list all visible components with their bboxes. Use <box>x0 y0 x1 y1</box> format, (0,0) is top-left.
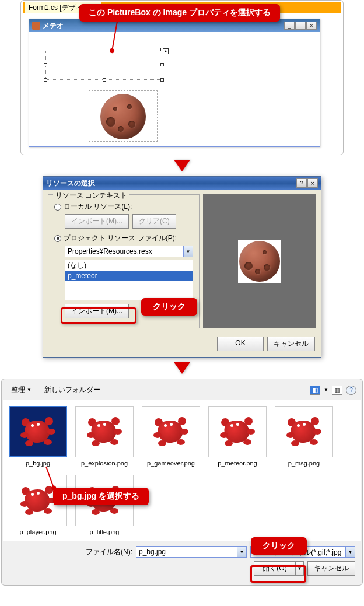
import-button[interactable]: インポート(M)... <box>65 304 129 318</box>
annotation-click-import: クリック <box>141 298 197 316</box>
file-label: p_title.png <box>75 528 134 535</box>
fieldset-legend: リソース コンテキスト <box>53 191 130 201</box>
design-surface-bg: メテオ _ □ × ▸ <box>23 13 341 153</box>
preview-pane <box>203 194 316 328</box>
help-icon[interactable]: ? <box>296 178 307 188</box>
file-label: p_player.png <box>9 528 67 535</box>
file-item[interactable]: p_gameover.png <box>142 406 200 467</box>
cancel-button[interactable]: キャンセル <box>267 337 315 351</box>
designer-panel: この PictureBox の Image プロパティを選択する Form1.c… <box>20 0 344 155</box>
meteor-image <box>100 94 146 139</box>
cancel-button[interactable]: キャンセル <box>307 561 355 576</box>
file-item[interactable]: p_player.png <box>9 475 67 535</box>
dialog-footer: OK キャンセル <box>43 333 321 357</box>
file-label: p_explosion.png <box>75 460 134 467</box>
annotation-select-file: p_bg.jpg を選択する <box>53 488 149 505</box>
open-button-label: 開く(O) <box>254 561 296 576</box>
flow-arrow-icon <box>174 160 190 171</box>
radio-project-label: プロジェクト リソース ファイル(P): <box>64 233 177 243</box>
radio-local-label: ローカル リソース(L): <box>64 202 132 212</box>
radio-project[interactable]: プロジェクト リソース ファイル(P): <box>54 233 193 243</box>
annotation-select-property: この PictureBox の Image プロパティを選択する <box>79 4 280 22</box>
file-list[interactable]: p_bg.jpg p_explosion.png p_gameover.png … <box>3 400 361 541</box>
design-window: メテオ _ □ × ▸ <box>29 19 320 147</box>
file-item[interactable]: p_msg.png <box>275 406 333 467</box>
maximize-icon[interactable]: □ <box>295 22 306 30</box>
file-label: p_bg.jpg <box>9 460 67 467</box>
close-icon[interactable]: × <box>307 178 318 188</box>
chevron-down-icon[interactable]: ▼ <box>324 387 328 393</box>
preview-pane-icon[interactable]: ▥ <box>332 386 342 395</box>
combo-text: Properties¥Resources.resx <box>65 246 183 257</box>
clear-button: クリア(C) <box>132 214 176 229</box>
new-folder-button[interactable]: 新しいフォルダー <box>41 384 104 396</box>
filename-text: p_bg.jpg <box>136 547 237 557</box>
dialog-titlebar: リソースの選択 ? × <box>43 177 321 190</box>
smart-tag-icon[interactable]: ▸ <box>163 48 169 54</box>
minimize-icon[interactable]: _ <box>284 22 295 30</box>
file-item[interactable]: p_bg.jpg <box>9 406 67 467</box>
chevron-down-icon[interactable]: ▼ <box>345 547 355 557</box>
picturebox-meteor[interactable] <box>89 90 158 142</box>
file-open-dialog: 整理 ▼ 新しいフォルダー ◧ ▼ ▥ ? p_bg.jpg p_explosi… <box>1 379 363 586</box>
file-label: p_meteor.png <box>208 460 267 467</box>
picturebox-selected[interactable]: ▸ <box>46 50 162 80</box>
file-dialog-footer: ファイル名(N): p_bg.jpg ▼ イメージ ファイル(*.gif;*.j… <box>3 541 361 584</box>
organize-label: 整理 <box>11 385 25 395</box>
help-icon[interactable]: ? <box>346 386 356 395</box>
radio-icon <box>54 204 61 211</box>
organize-menu[interactable]: 整理 ▼ <box>8 384 35 396</box>
radio-icon <box>54 235 61 242</box>
view-thumb-icon[interactable]: ◧ <box>310 386 320 395</box>
list-item-meteor[interactable]: p_meteor <box>65 271 192 281</box>
file-item[interactable]: p_explosion.png <box>75 406 134 467</box>
import-button-disabled: インポート(M)... <box>65 214 129 229</box>
window-title: メテオ <box>43 21 284 31</box>
open-button[interactable]: 開く(O) ▼ <box>254 561 304 576</box>
list-item-none[interactable]: (なし) <box>65 260 192 271</box>
chevron-down-icon: ▼ <box>27 387 32 393</box>
file-item[interactable]: p_meteor.png <box>208 406 267 467</box>
app-icon <box>32 22 40 30</box>
flow-arrow-icon <box>174 362 190 374</box>
annotation-click-open: クリック <box>251 537 307 555</box>
chevron-down-icon[interactable]: ▼ <box>296 561 304 576</box>
file-dialog-toolbar: 整理 ▼ 新しいフォルダー ◧ ▼ ▥ ? <box>3 380 361 400</box>
file-label: p_msg.png <box>275 460 333 467</box>
new-folder-label: 新しいフォルダー <box>44 385 100 395</box>
chevron-down-icon[interactable]: ▼ <box>183 246 192 257</box>
resource-select-dialog: リソースの選択 ? × リソース コンテキスト ローカル リソース(L): イン… <box>43 176 321 358</box>
resource-listbox[interactable]: (なし) p_meteor <box>65 260 193 300</box>
radio-local[interactable]: ローカル リソース(L): <box>54 202 193 212</box>
preview-box <box>238 240 281 283</box>
form-client-area[interactable]: ▸ <box>29 32 320 146</box>
meteor-image <box>239 241 280 282</box>
filename-input[interactable]: p_bg.jpg ▼ <box>136 546 247 558</box>
resource-file-combo[interactable]: Properties¥Resources.resx ▼ <box>65 246 193 257</box>
file-label: p_gameover.png <box>142 460 200 467</box>
close-icon[interactable]: × <box>306 22 317 30</box>
file-item[interactable]: p_title.png <box>75 475 134 535</box>
ok-button[interactable]: OK <box>217 337 264 351</box>
filename-label: ファイル名(N): <box>86 547 132 557</box>
dialog-title: リソースの選択 <box>46 178 296 188</box>
chevron-down-icon[interactable]: ▼ <box>237 547 246 557</box>
